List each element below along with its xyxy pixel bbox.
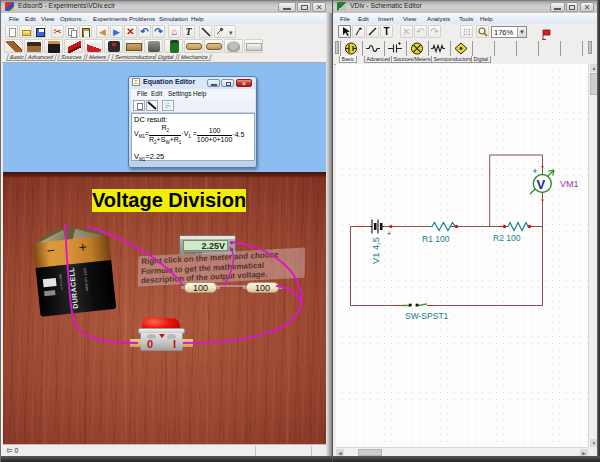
svg-text:V1 4,5: V1 4,5 <box>371 237 381 264</box>
svg-text:R2 100: R2 100 <box>493 233 521 243</box>
svg-text:+: + <box>387 230 391 237</box>
svg-text:V: V <box>537 177 546 192</box>
svg-text:R1 100: R1 100 <box>422 234 450 244</box>
svg-text:SW-SPST1: SW-SPST1 <box>405 311 449 321</box>
svg-text:VM1: VM1 <box>560 179 579 189</box>
